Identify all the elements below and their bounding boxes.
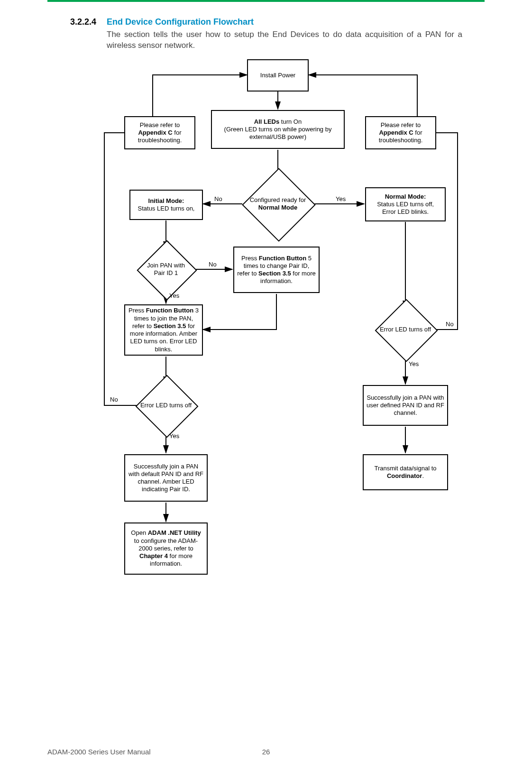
node-text: Successfully join a PAN with user define… xyxy=(367,394,444,417)
section-intro: The section tells the user how to setup … xyxy=(107,29,462,51)
node-error-left-diamond xyxy=(136,375,199,438)
node-configured-label: Configured ready forNormal Mode xyxy=(236,187,320,220)
node-normal-mode: Normal Mode:Status LED turns off,Error L… xyxy=(365,187,446,221)
node-text: Please refer to Appendix C for troublesh… xyxy=(128,121,192,145)
node-error-right-diamond xyxy=(375,299,438,362)
node-configured-diamond xyxy=(242,168,316,242)
node-text: Error LED turns off xyxy=(140,402,192,409)
flowchart: Install Power All LEDs turn On(Green LED… xyxy=(0,0,532,770)
node-text: All LEDs turn On(Green LED turns on whil… xyxy=(215,118,341,141)
footer-page-number: 26 xyxy=(0,748,532,756)
node-text: Join PAN withPair ID 1 xyxy=(147,262,185,276)
node-text: Please refer to Appendix C for troublesh… xyxy=(369,121,432,145)
label-no-4: No xyxy=(446,321,454,328)
node-text: Error LED turns off xyxy=(380,326,431,333)
node-join-pan-diamond xyxy=(137,240,197,300)
node-press3: Press Function Button 3 times to join th… xyxy=(124,304,203,356)
node-transmit: Transmit data/signal to Coordinator. xyxy=(363,454,448,490)
node-text: Normal Mode:Status LED turns off,Error L… xyxy=(377,193,434,216)
top-accent-bar xyxy=(47,0,485,2)
node-error-right-label: Error LED turns off xyxy=(371,321,440,338)
node-initial-mode: Initial Mode:Status LED turns on, xyxy=(129,190,203,220)
label-yes-4: Yes xyxy=(409,360,419,367)
node-text: Transmit data/signal to Coordinator. xyxy=(367,465,444,480)
node-join-default: Successfully join a PAN with default PAN… xyxy=(124,454,208,502)
node-text: Press Function Button 5 times to change … xyxy=(237,255,316,285)
node-trouble-right: Please refer to Appendix C for troublesh… xyxy=(365,116,436,149)
section-title: End Device Configuration Flowchart xyxy=(107,17,254,27)
node-trouble-left: Please refer to Appendix C for troublesh… xyxy=(124,116,195,149)
node-text: Configured ready forNormal Mode xyxy=(250,196,306,211)
label-yes-2: Yes xyxy=(169,292,179,299)
node-error-left-label: Error LED turns off xyxy=(132,397,200,413)
label-no-1: No xyxy=(214,195,222,202)
section-number: 3.2.2.4 xyxy=(70,17,96,27)
node-text: Install Power xyxy=(260,72,295,79)
node-join-user: Successfully join a PAN with user define… xyxy=(363,385,448,426)
label-yes-3: Yes xyxy=(169,432,179,440)
node-text: Successfully join a PAN with default PAN… xyxy=(128,463,204,494)
node-install-power: Install Power xyxy=(247,59,309,92)
label-yes-1: Yes xyxy=(336,195,346,202)
label-no-3: No xyxy=(110,396,118,403)
node-join-pan-label: Join PAN withPair ID 1 xyxy=(136,258,196,280)
node-press5: Press Function Button 5 times to change … xyxy=(233,247,320,293)
label-no-2: No xyxy=(209,261,217,268)
node-all-leds: All LEDs turn On(Green LED turns on whil… xyxy=(211,110,345,149)
node-text: Open ADAM .NET Utility to configure the … xyxy=(128,529,204,568)
node-open-util: Open ADAM .NET Utility to configure the … xyxy=(124,522,208,575)
node-text: Initial Mode:Status LED turns on, xyxy=(138,197,195,213)
node-text: Press Function Button 3 times to join th… xyxy=(128,307,199,353)
